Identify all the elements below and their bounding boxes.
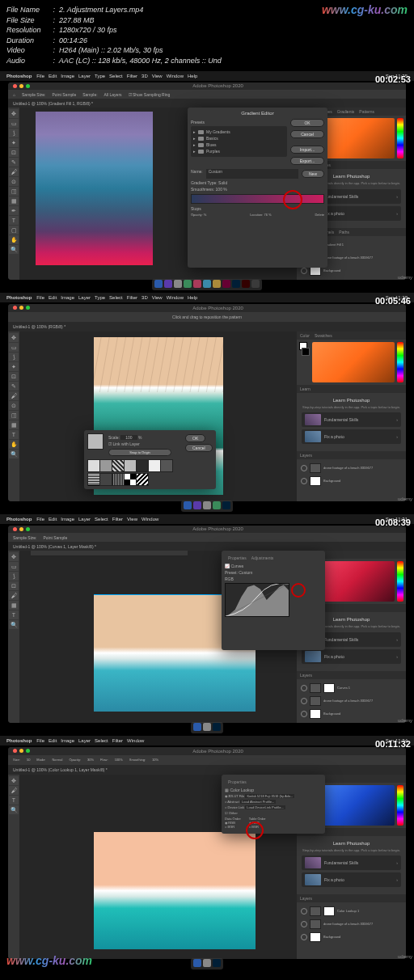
maximize-button[interactable]	[26, 749, 30, 753]
preset-dropdown[interactable]: Custom	[239, 570, 252, 575]
scale-input[interactable]: 100	[120, 435, 137, 440]
mode-dropdown[interactable]: Normal	[52, 758, 62, 762]
dock-app[interactable]	[193, 501, 201, 509]
learn-card[interactable]: Fundamental Skills›	[302, 412, 401, 427]
type-tool[interactable]: T	[9, 610, 19, 619]
app-menu[interactable]: Photoshop	[6, 738, 32, 743]
layer-row[interactable]: Color Lookup 1	[299, 905, 403, 918]
type-tool[interactable]: T	[9, 796, 19, 805]
layer-menu[interactable]: Layer	[78, 517, 91, 522]
pattern-swatch-item[interactable]	[87, 473, 100, 486]
learn-card[interactable]: Fix a photo›	[302, 872, 401, 887]
visibility-icon[interactable]	[301, 268, 307, 274]
abstract-dropdown[interactable]: Load Abstract Profile...	[240, 800, 276, 804]
gradient-ramp[interactable]	[191, 194, 324, 204]
close-button[interactable]	[13, 306, 17, 310]
zoom-tool[interactable]: 🔍	[9, 450, 19, 458]
devicelink-dropdown[interactable]: Load DeviceLink Profile...	[245, 805, 285, 809]
image-menu[interactable]: Image	[61, 74, 74, 78]
pattern-swatch-item[interactable]	[136, 459, 149, 472]
layer-menu[interactable]: Layer	[78, 295, 91, 300]
layer-row[interactable]: drone footage of a beach 3359677	[299, 462, 403, 475]
dock-app[interactable]	[213, 959, 221, 967]
eyedropper-tool[interactable]: ✎	[9, 382, 19, 391]
brush-tool[interactable]: 🖌	[9, 391, 19, 400]
edit-menu[interactable]: Edit	[49, 738, 57, 743]
curves-histogram[interactable]	[225, 583, 289, 617]
image-menu[interactable]: Image	[61, 295, 74, 300]
dock-app[interactable]	[184, 501, 192, 509]
macos-dock[interactable]	[191, 722, 223, 733]
layer-row[interactable]: Background	[299, 931, 403, 944]
pattern-swatch-item[interactable]	[99, 459, 112, 472]
patterns-tab[interactable]: Patterns	[359, 109, 374, 114]
gradient-tool[interactable]: ▦	[9, 420, 19, 429]
dock-app[interactable]	[154, 280, 163, 288]
document-canvas[interactable]	[36, 112, 153, 265]
canvas-area[interactable]: Gradient Editor Presets ▸My Gradients ▸B…	[19, 108, 297, 279]
color-picker-panel[interactable]	[297, 340, 406, 385]
pattern-swatch-item[interactable]	[124, 473, 137, 486]
view-menu[interactable]: View	[152, 74, 163, 78]
preset-folder[interactable]: ▸My Gradients	[193, 129, 285, 135]
dock-app[interactable]	[203, 959, 211, 967]
close-button[interactable]	[13, 84, 17, 88]
select-menu[interactable]: Select	[109, 74, 123, 78]
lasso-tool[interactable]: ⟆	[9, 353, 19, 361]
layer-row[interactable]: Curves 1	[299, 682, 403, 695]
stamp-tool[interactable]: ⊙	[9, 401, 19, 410]
brush-tool[interactable]: 🖌	[9, 591, 19, 600]
point-sample-dropdown[interactable]: Point Sample	[53, 92, 77, 97]
paths-tab[interactable]: Paths	[339, 230, 349, 234]
layer-row[interactable]: drone footage of a beach 3359677	[299, 918, 403, 931]
snap-button[interactable]: Snap to Origin	[108, 449, 171, 456]
pattern-swatch-item[interactable]	[112, 473, 125, 486]
ok-button[interactable]: OK	[185, 434, 205, 442]
3d-menu[interactable]: 3D	[142, 74, 148, 78]
dock-app[interactable]	[213, 280, 221, 288]
layers-tab[interactable]: Layers	[300, 896, 312, 901]
opacity-value[interactable]: 30%	[87, 758, 94, 762]
document-tabbar[interactable]: Untitled-1 @ 100% (Gradient Fill 1, RGB/…	[8, 99, 406, 108]
adjustments-tab[interactable]: Adjustments	[251, 555, 274, 560]
name-input[interactable]: Custom	[206, 169, 298, 179]
preset-folder[interactable]: ▸Purples	[193, 148, 285, 154]
marquee-tool[interactable]: ▭	[9, 562, 19, 571]
preset-folder[interactable]: ▸Blues	[193, 142, 285, 148]
dock-app[interactable]	[193, 723, 201, 731]
dock-app[interactable]	[193, 280, 201, 288]
dock-app[interactable]	[213, 501, 221, 509]
link-checkbox[interactable]: Link with Layer	[112, 441, 139, 446]
dock-app[interactable]	[184, 280, 192, 288]
document-tab[interactable]: Untitled-1 @ 100% (Curves 1, Layer Mask/…	[13, 544, 96, 549]
type-dropdown[interactable]: Solid	[218, 180, 227, 185]
dock-app[interactable]	[203, 723, 211, 731]
canvas-area[interactable]: Scale: 100 % ☑ Link with Layer Snap to O…	[19, 332, 297, 501]
help-menu[interactable]: Help	[188, 74, 197, 78]
smoothing-value[interactable]: 10%	[152, 758, 158, 762]
hand-tool[interactable]: ✋	[9, 440, 19, 449]
export-button[interactable]: Export...	[290, 157, 324, 165]
type-menu[interactable]: Type	[95, 295, 105, 300]
select-menu[interactable]: Select	[109, 295, 123, 300]
layers-tab[interactable]: Layers	[300, 673, 312, 678]
lasso-tool[interactable]: ⟆	[9, 129, 19, 137]
crop-tool[interactable]: ⊡	[9, 581, 19, 590]
dock-app[interactable]	[232, 280, 240, 288]
brush-tool[interactable]: 🖌	[9, 786, 19, 795]
select-menu[interactable]: Select	[95, 738, 108, 743]
pattern-swatch-item[interactable]	[136, 473, 149, 486]
app-menu[interactable]: Photoshop	[6, 295, 32, 300]
minimize-button[interactable]	[19, 527, 23, 531]
layer-row[interactable]: drone footage of a beach 3359677	[299, 695, 403, 708]
wand-tool[interactable]: ✦	[9, 138, 19, 147]
gradient-tool[interactable]: ▦	[9, 601, 19, 610]
file-menu[interactable]: File	[36, 74, 44, 78]
window-menu[interactable]: Window	[167, 74, 184, 78]
filter-menu[interactable]: Filter	[127, 74, 137, 78]
select-menu[interactable]: Select	[95, 517, 108, 522]
dock-app[interactable]	[174, 280, 182, 288]
show-ring-checkbox[interactable]: Show Sampling Ring	[133, 92, 170, 97]
canvas-area[interactable]: Properties ▦ Color Lookup ◉ 3DLUT File K…	[19, 775, 297, 959]
app-menu[interactable]: Photoshop	[6, 517, 32, 522]
